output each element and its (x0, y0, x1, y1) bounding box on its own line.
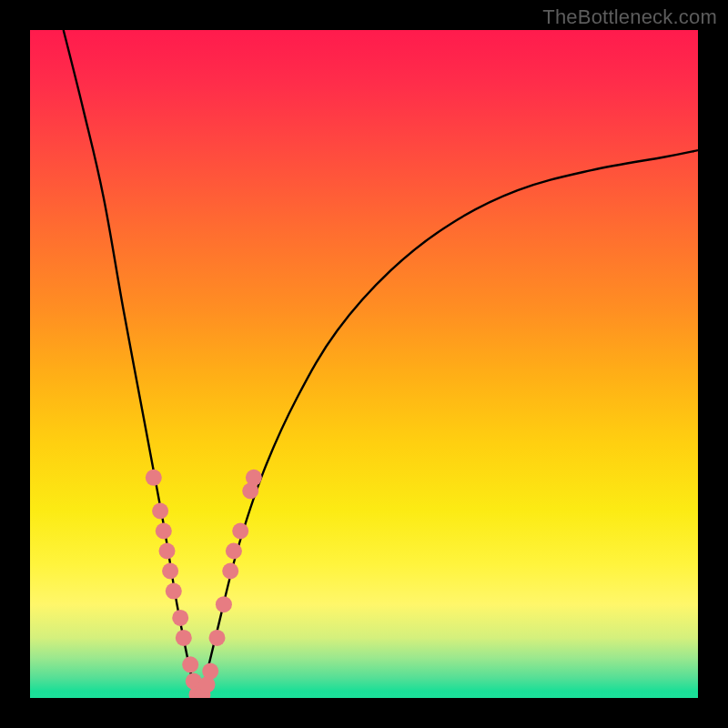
data-point (209, 630, 226, 646)
data-point (246, 470, 262, 486)
data-points (146, 470, 262, 698)
chart-frame (30, 30, 698, 698)
data-point (162, 563, 178, 580)
data-point (232, 523, 248, 540)
data-point (176, 630, 192, 646)
data-point (156, 523, 172, 540)
data-point (146, 470, 162, 486)
data-point (202, 663, 218, 680)
data-point (216, 596, 232, 612)
bottleneck-curve (64, 30, 698, 698)
data-point (166, 583, 182, 600)
data-point (152, 503, 168, 520)
data-point (159, 543, 176, 560)
chart-svg (30, 30, 698, 698)
watermark-text: TheBottleneck.com (542, 5, 717, 29)
data-point (222, 563, 238, 580)
data-point (172, 610, 188, 626)
data-point (182, 656, 198, 672)
data-point (226, 543, 242, 560)
